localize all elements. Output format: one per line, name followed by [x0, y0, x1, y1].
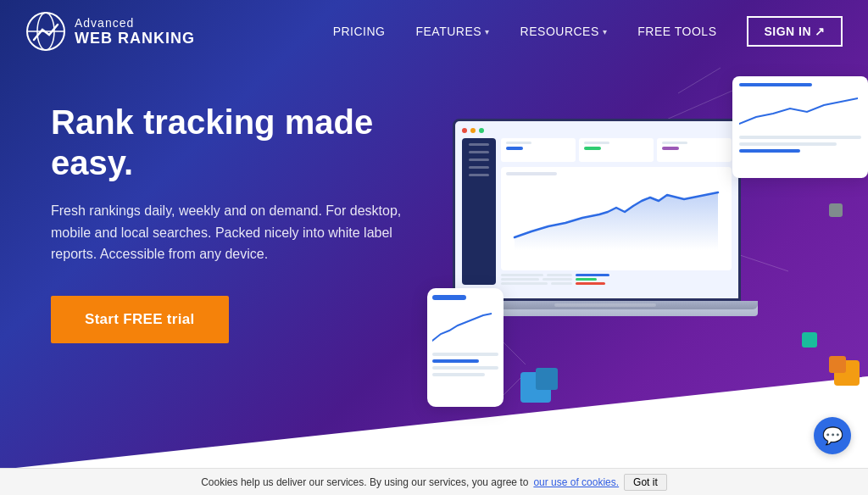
screen-main: [501, 138, 732, 285]
screen-sidebar: [462, 138, 496, 285]
laptop-screen: [453, 119, 741, 301]
sidebar-bar-1: [469, 143, 489, 146]
sidebar-bar-3: [469, 159, 489, 161]
chat-bubble[interactable]: 💬: [814, 417, 851, 454]
deco-teal-block: [802, 332, 817, 348]
nav-features[interactable]: FEATURES ▾: [415, 25, 489, 38]
phone-bar-1: [432, 353, 498, 356]
dot-green: [479, 128, 484, 133]
navbar: Advanced WEB RANKING PRICING FEATURES ▾ …: [0, 0, 868, 63]
sidebar-bar-2: [469, 151, 489, 153]
signin-button[interactable]: SIGN IN ↗: [747, 16, 843, 47]
hero-heading: Rank tracking made easy.: [51, 102, 441, 183]
logo-advanced: Advanced: [75, 16, 195, 30]
phone-bar-2: [432, 359, 479, 363]
cookie-link[interactable]: our use of cookies.: [533, 476, 619, 488]
hero-content: Rank tracking made easy. Fresh rankings …: [51, 102, 441, 343]
stat-3: [657, 138, 732, 162]
deco-gray-block: [829, 203, 843, 217]
tablet-bar-1: [739, 83, 812, 86]
chart-title: [506, 172, 557, 175]
nav-resources[interactable]: RESOURCES ▾: [520, 25, 608, 38]
deco-blue-small-block: [536, 368, 558, 390]
tablet-bar-2: [739, 136, 861, 139]
phone-chart: [432, 307, 492, 349]
stat-1: [501, 138, 576, 162]
hero-section: Advanced WEB RANKING PRICING FEATURES ▾ …: [0, 0, 868, 495]
phone-screen-content: [432, 295, 498, 400]
laptop-screen-inner: [455, 121, 738, 298]
screen-chart: [501, 167, 732, 270]
nav-links: PRICING FEATURES ▾ RESOURCES ▾ FREE TOOL…: [333, 16, 843, 47]
resources-chevron-icon: ▾: [603, 27, 608, 36]
tablet-content: [739, 83, 861, 171]
cookie-banner: Cookies help us deliver our services. By…: [0, 468, 868, 495]
nav-pricing[interactable]: PRICING: [333, 25, 386, 38]
cookie-text: Cookies help us deliver our services. By…: [201, 476, 528, 488]
logo-icon: [25, 11, 66, 52]
sidebar-bar-5: [469, 174, 489, 176]
tablet-chart: [739, 90, 858, 132]
tablet-bar-4: [739, 149, 800, 153]
stats-row: [501, 138, 732, 162]
chat-icon: 💬: [822, 425, 843, 446]
screen-content: [462, 138, 732, 285]
hero-subtext: Fresh rankings daily, weekly and on dema…: [51, 200, 407, 265]
logo[interactable]: Advanced WEB RANKING: [25, 11, 195, 52]
stat-2: [579, 138, 654, 162]
table-row-1: [501, 274, 732, 276]
phone-bar-4: [432, 373, 485, 376]
features-chevron-icon: ▾: [485, 27, 490, 36]
table-row-2: [501, 278, 732, 281]
dot-yellow: [470, 128, 476, 133]
table-rows: [501, 274, 732, 285]
phone-bar-3: [432, 366, 498, 370]
logo-text: Advanced WEB RANKING: [75, 16, 195, 47]
tablet-device: [732, 76, 868, 178]
device-illustration: [410, 51, 868, 458]
chart-svg: [506, 182, 726, 250]
deco-yellow-small-block: [829, 356, 846, 373]
keyboard-strip: [554, 303, 656, 307]
tablet-bar-3: [739, 142, 837, 146]
cta-button[interactable]: Start FREE trial: [51, 296, 229, 343]
nav-free-tools[interactable]: FREE TOOLS: [637, 25, 716, 38]
table-row-3: [501, 282, 732, 285]
sidebar-bar-4: [469, 166, 489, 169]
got-it-button[interactable]: Got it: [624, 474, 667, 491]
dot-red: [462, 128, 467, 133]
screen-header: [462, 128, 732, 133]
logo-web-ranking: WEB RANKING: [75, 30, 195, 47]
